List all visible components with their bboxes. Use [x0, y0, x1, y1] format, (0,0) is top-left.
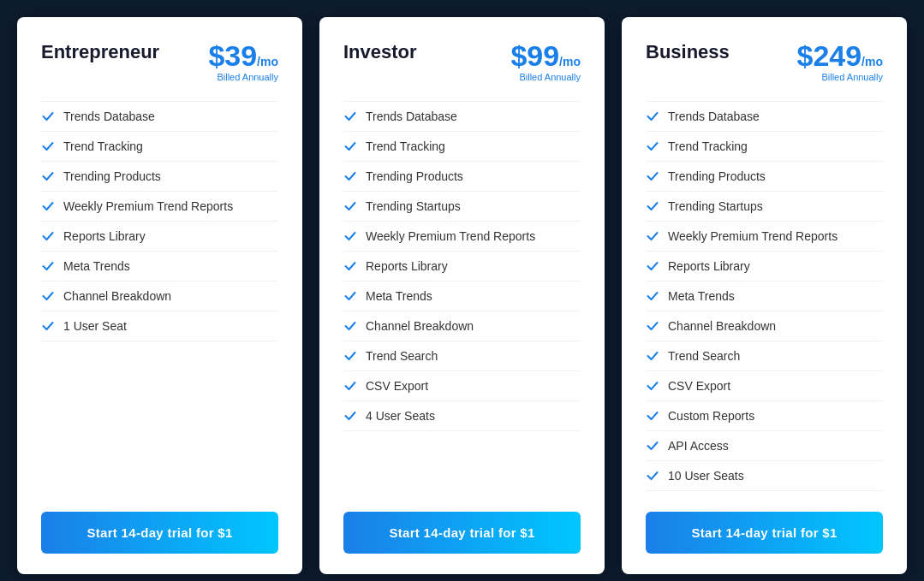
feature-text: Trending Startups	[366, 199, 461, 213]
plan-card-business: Business$249/moBilled Annually Trends Da…	[622, 17, 907, 574]
features-list: Trends Database Trend Tracking Trending …	[41, 101, 278, 491]
feature-item: Weekly Premium Trend Reports	[343, 222, 581, 252]
check-icon	[343, 379, 357, 393]
pricing-container: Entrepreneur$39/moBilled Annually Trends…	[17, 17, 907, 574]
card-header: Entrepreneur$39/moBilled Annually	[41, 41, 278, 82]
feature-item: Trends Database	[41, 101, 278, 132]
feature-text: Custom Reports	[668, 409, 754, 423]
feature-text: Trend Search	[366, 349, 438, 363]
features-list: Trends Database Trend Tracking Trending …	[646, 101, 883, 491]
card-header: Investor$99/moBilled Annually	[343, 41, 581, 82]
check-icon	[646, 199, 659, 213]
price-number: $99	[510, 39, 559, 72]
plan-name: Business	[646, 41, 730, 63]
plan-name: Investor	[343, 41, 417, 63]
feature-item: Weekly Premium Trend Reports	[41, 192, 278, 222]
price-block: $249/moBilled Annually	[796, 41, 883, 82]
feature-text: 4 User Seats	[366, 409, 435, 423]
cta-button[interactable]: Start 14-day trial for $1	[343, 512, 581, 554]
feature-text: Trend Search	[668, 349, 740, 363]
price-period: /mo	[559, 55, 581, 68]
feature-text: Channel Breakdown	[63, 289, 171, 303]
feature-text: 10 User Seats	[668, 469, 744, 483]
feature-text: Meta Trends	[63, 259, 130, 273]
feature-text: Trend Tracking	[63, 139, 143, 153]
check-icon	[646, 259, 659, 273]
feature-text: API Access	[668, 439, 729, 453]
plan-card-entrepreneur: Entrepreneur$39/moBilled Annually Trends…	[17, 17, 302, 574]
feature-item: Trending Startups	[343, 192, 581, 222]
feature-item: Trends Database	[646, 101, 883, 132]
check-icon	[343, 199, 357, 213]
check-icon	[41, 289, 55, 303]
check-icon	[41, 110, 55, 123]
feature-text: 1 User Seat	[63, 319, 127, 333]
plan-name: Entrepreneur	[41, 41, 159, 63]
check-icon	[646, 229, 659, 243]
feature-item: Reports Library	[646, 252, 883, 282]
feature-item: Custom Reports	[646, 401, 883, 431]
check-icon	[41, 229, 55, 243]
feature-item: 4 User Seats	[343, 401, 581, 431]
price-block: $39/moBilled Annually	[208, 41, 278, 82]
feature-text: Channel Breakdown	[366, 319, 474, 333]
price-amount: $39/mo	[208, 41, 278, 70]
billed-label: Billed Annually	[208, 72, 278, 82]
check-icon	[343, 409, 357, 423]
feature-text: Weekly Premium Trend Reports	[63, 199, 233, 213]
check-icon	[343, 259, 357, 273]
feature-item: Trending Products	[343, 162, 581, 192]
feature-text: Weekly Premium Trend Reports	[366, 229, 535, 243]
feature-item: Trend Tracking	[646, 132, 883, 162]
check-icon	[646, 379, 659, 393]
check-icon	[646, 169, 659, 183]
cta-button[interactable]: Start 14-day trial for $1	[41, 512, 278, 554]
check-icon	[343, 289, 357, 303]
check-icon	[646, 289, 659, 303]
check-icon	[343, 319, 357, 333]
feature-item: Channel Breakdown	[343, 311, 581, 341]
feature-text: CSV Export	[668, 379, 730, 393]
feature-item: Trends Database	[343, 101, 581, 132]
check-icon	[41, 139, 55, 153]
check-icon	[343, 169, 357, 183]
check-icon	[646, 349, 659, 363]
feature-item: Channel Breakdown	[646, 311, 883, 341]
feature-text: Trend Tracking	[366, 139, 445, 153]
feature-item: 1 User Seat	[41, 311, 278, 341]
check-icon	[646, 139, 659, 153]
check-icon	[41, 199, 55, 213]
feature-text: Trending Products	[63, 169, 161, 183]
check-icon	[646, 469, 659, 483]
feature-item: CSV Export	[646, 371, 883, 401]
billed-label: Billed Annually	[510, 72, 581, 82]
check-icon	[343, 139, 357, 153]
check-icon	[646, 439, 659, 453]
feature-item: Meta Trends	[343, 282, 581, 311]
feature-text: Trends Database	[668, 110, 760, 123]
feature-text: CSV Export	[366, 379, 428, 393]
feature-item: Channel Breakdown	[41, 282, 278, 311]
check-icon	[646, 110, 659, 123]
billed-label: Billed Annually	[796, 72, 883, 82]
feature-item: Trend Search	[343, 341, 581, 371]
feature-item: Weekly Premium Trend Reports	[646, 222, 883, 252]
price-number: $249	[796, 39, 861, 72]
feature-item: Meta Trends	[646, 282, 883, 311]
feature-text: Trend Tracking	[668, 139, 748, 153]
feature-text: Trending Startups	[668, 199, 763, 213]
card-header: Business$249/moBilled Annually	[646, 41, 883, 82]
check-icon	[646, 319, 659, 333]
feature-item: Trending Products	[41, 162, 278, 192]
check-icon	[343, 349, 357, 363]
plan-card-investor: Investor$99/moBilled Annually Trends Dat…	[319, 17, 605, 574]
feature-item: CSV Export	[343, 371, 581, 401]
check-icon	[646, 409, 659, 423]
feature-text: Trending Products	[668, 169, 766, 183]
price-period: /mo	[257, 55, 278, 68]
feature-item: Trending Products	[646, 162, 883, 192]
price-number: $39	[208, 39, 257, 72]
price-period: /mo	[861, 55, 883, 68]
feature-text: Reports Library	[63, 229, 146, 243]
cta-button[interactable]: Start 14-day trial for $1	[646, 512, 883, 554]
